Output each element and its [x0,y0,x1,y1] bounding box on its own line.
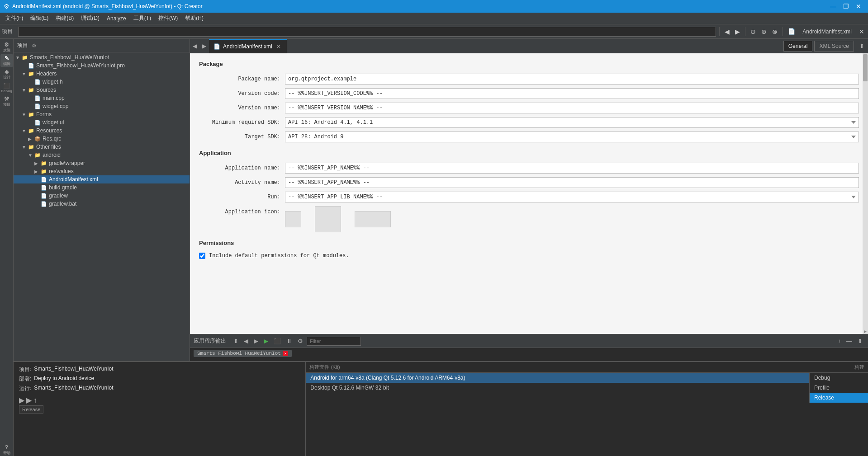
sidebar-edit[interactable]: ✎ 编辑 [0,54,13,67]
forms-icon: 📁 [28,112,34,118]
tree-resources[interactable]: ▼ 📁 Resources [14,127,190,135]
tree-root[interactable]: ▼ 📁 Smarts_Fishbowl_HuaWeiYunIot [14,53,190,61]
menu-edit[interactable]: 编辑(E) [27,13,52,24]
nav-btn-3[interactable]: ⊗ [770,27,779,36]
kit-item-1[interactable]: Desktop Qt 5.12.6 MinGW 32-bit [306,383,809,393]
tree-main-cpp[interactable]: 📄 main.cpp [14,94,190,102]
app-icon-medium[interactable] [315,206,341,232]
tree-widget-ui[interactable]: 📄 widget.ui [14,118,190,127]
output-pause-btn[interactable]: ⏸ [285,337,294,345]
tree-sources[interactable]: ▼ 📁 Sources [14,86,190,94]
menu-controls[interactable]: 控件(W) [155,13,181,24]
target-sdk-label: Target SDK: [199,134,280,140]
tab-close-btn[interactable]: ✕ [275,43,282,50]
kit-item-0[interactable]: Android for arm64-v8a (Clang Qt 5.12.6 f… [306,373,809,383]
output-tab-close[interactable]: ✕ [283,351,288,356]
tree-widget-cpp[interactable]: 📄 widget.cpp [14,102,190,110]
run-select[interactable]: -- %%INSERT_APP_LIB_NAME%% -- [285,192,859,202]
sidebar-design[interactable]: ◈ 设计 [0,68,13,80]
menu-debug[interactable]: 调试(D) [77,13,103,24]
tree-filter-btn[interactable]: ⚙ [31,42,38,50]
app-icon-large[interactable] [355,211,391,227]
include-permissions-checkbox[interactable] [199,253,205,259]
gradlew-bat-label: gradlew.bat [49,201,76,207]
app-icon-small[interactable] [285,211,301,227]
tree-gradlew[interactable]: 📄 gradlew [14,192,190,200]
build-profile[interactable]: Profile [810,383,868,393]
output-plus-btn[interactable]: + [835,337,843,345]
kit-info: 项目: Smarts_Fishbowl_HuaWeiYunIot 部署: Dep… [14,362,305,456]
tab-general[interactable]: General [783,41,813,52]
run-btn2[interactable]: ▶ [26,396,32,404]
scrollbar-track[interactable] [863,53,868,334]
expand-btn[interactable]: ⬆ [856,41,868,51]
tree-android[interactable]: ▼ 📁 android [14,151,190,159]
output-attach-btn[interactable]: ⬆ [232,337,240,345]
activity-name-input[interactable] [285,177,859,188]
tree-forms[interactable]: ▼ 📁 Forms [14,110,190,118]
tab-nav-left[interactable]: ◀ [190,41,199,51]
version-name-label: Version name: [199,105,280,111]
deploy-btn[interactable]: ↑ [33,396,37,404]
package-name-label: Package name: [199,76,280,82]
nav-forward[interactable]: ▶ [733,27,742,36]
headers-label: Headers [36,71,57,77]
output-tab-item[interactable]: Smarts_Fishbowl_HuaWeiYunIot ✕ [194,350,292,357]
tab-androidmanifest[interactable]: 📄 AndroidManifest.xml ✕ [209,39,287,53]
version-name-input[interactable] [285,103,859,113]
sidebar-help[interactable]: ? 帮助 [0,443,13,456]
root-arrow: ▼ [15,55,22,60]
maximize-button[interactable]: ❐ [840,1,852,11]
project-selector[interactable] [18,27,716,37]
nav-btn-2[interactable]: ⊕ [759,27,768,36]
close-button[interactable]: ✕ [853,1,864,11]
min-sdk-select[interactable]: API 16: Android 4.1, 4.1.1 [285,117,859,128]
tree-gradle-wrapper[interactable]: ▶ 📁 gradle\wrapper [14,159,190,167]
tree-gradlew-bat[interactable]: 📄 gradlew.bat [14,200,190,208]
sidebar-debug[interactable]: ⬛ Debug [0,81,13,94]
tree-res-values[interactable]: ▶ 📁 res\values [14,167,190,175]
tree-build-gradle[interactable]: 📄 build.gradle [14,183,190,192]
menu-analyze[interactable]: Analyze [103,14,130,23]
output-run-btn[interactable]: ▶ [262,337,270,345]
output-minus-btn[interactable]: — [844,337,854,345]
run-btn[interactable]: ▶ [19,396,24,404]
sidebar-welcome[interactable]: ⚙ 欢迎 [0,41,13,53]
menu-file[interactable]: 文件(F) [2,13,27,24]
build-debug[interactable]: Debug [810,373,868,383]
headers-arrow: ▼ [22,71,28,76]
pro-icon: 📄 [28,63,34,69]
tree-widget-h[interactable]: 📄 widget.h [14,78,190,86]
menu-help[interactable]: 帮助(H) [181,13,207,24]
output-next-btn[interactable]: ▶ [252,337,260,345]
tree-other-files[interactable]: ▼ 📁 Other files [14,143,190,151]
scrollbar-thumb[interactable] [863,54,868,81]
tree-androidmanifest[interactable]: 📄 AndroidManifest.xml [14,175,190,183]
target-sdk-select[interactable]: API 28: Android 9 [285,132,859,142]
close-file-btn[interactable]: ✕ [857,27,866,36]
res-values-arrow: ▶ [34,169,41,174]
output-expand-btn[interactable]: ⬆ [856,337,864,345]
output-filter-input[interactable] [307,337,361,346]
menu-build[interactable]: 构建(B) [52,13,77,24]
menu-tools[interactable]: 工具(T) [130,13,155,24]
tab-xml-source[interactable]: XML Source [814,41,854,52]
sidebar-project[interactable]: ⚒ 项目 [0,95,13,108]
minimize-button[interactable]: — [827,1,839,11]
file-icon[interactable]: 📄 [786,27,797,36]
tree-headers[interactable]: ▼ 📁 Headers [14,70,190,78]
nav-btn-1[interactable]: ⊙ [749,27,758,36]
output-prev-btn[interactable]: ◀ [242,337,250,345]
tab-nav-right[interactable]: ▶ [199,41,209,51]
tree-pro-file[interactable]: 📄 Smarts_Fishbowl_HuaWeiYunIot.pro [14,61,190,70]
welcome-icon: ⚙ [4,42,9,48]
build-release[interactable]: Release [810,393,868,403]
output-stop-btn[interactable]: ⬛ [272,337,283,345]
version-code-input[interactable] [285,88,859,99]
kit-buttons: ▶ ▶ ↑ [19,396,300,404]
package-name-input[interactable] [285,74,859,85]
nav-back[interactable]: ◀ [723,27,731,36]
tree-res-qrc[interactable]: ▶ 📦 Res.qrc [14,135,190,143]
app-name-input[interactable] [285,163,859,174]
output-settings-btn[interactable]: ⚙ [296,337,305,345]
